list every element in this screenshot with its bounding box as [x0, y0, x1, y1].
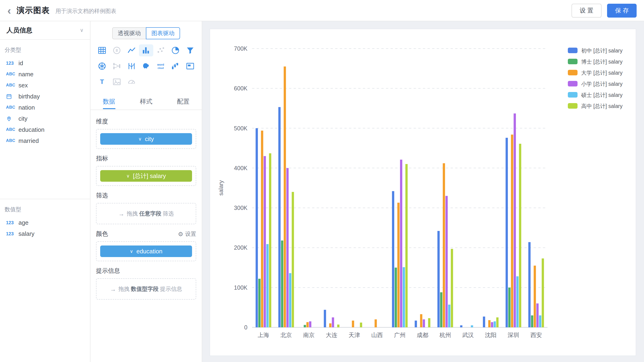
sankey-chart-icon[interactable]: [110, 60, 124, 72]
panel-tab-数据[interactable]: 数据: [90, 93, 128, 110]
metric-dropzone[interactable]: ∨ [总计] salary: [96, 166, 196, 186]
field-item-sex[interactable]: ABCsex: [0, 80, 90, 91]
svg-text:深圳: 深圳: [508, 332, 519, 338]
chart-type-grid: 8wordcloudT: [90, 44, 202, 88]
svg-text:200K: 200K: [234, 244, 248, 251]
field-item-city[interactable]: city: [0, 113, 90, 124]
radar-chart-icon[interactable]: [95, 60, 110, 72]
number-icon: 123: [6, 231, 18, 236]
mode-tab-透视驱动[interactable]: 透视驱动: [112, 27, 146, 39]
number-icon: 123: [6, 220, 18, 225]
back-button[interactable]: ‹: [8, 5, 11, 16]
chart-legend[interactable]: 初中 [总计] salary博士 [总计] salary大学 [总计] sala…: [568, 48, 622, 109]
svg-text:0: 0: [244, 324, 248, 330]
panel-sections: 维度 ∨ city 指标 ∨ [总计] salary: [90, 110, 202, 305]
svg-text:山西: 山西: [372, 332, 383, 338]
svg-text:天津: 天津: [348, 332, 360, 338]
field-item-nation[interactable]: ABCnation: [0, 102, 90, 113]
funnel-chart-icon[interactable]: [183, 44, 198, 56]
field-sidebar: 人员信息 ∨ 分类型123idABCnameABCsexbirthdayABCn…: [0, 21, 90, 362]
panel-tab-配置[interactable]: 配置: [164, 93, 202, 110]
image-chart-icon[interactable]: [110, 76, 124, 88]
field-item-married[interactable]: ABCmarried: [0, 135, 90, 146]
chart-canvas: 0100K200K300K400K500K600K700Ksalary上海北京南…: [202, 21, 644, 362]
svg-text:salary: salary: [218, 180, 224, 196]
config-panel: 透视驱动图表驱动 8wordcloudT 数据样式配置 维度 ∨ city 指标: [90, 21, 202, 362]
tooltip-dropzone[interactable]: → 拖拽数值型字段提示信息: [96, 278, 196, 300]
metric-section-label: 指标: [96, 154, 196, 163]
svg-text:沈阳: 沈阳: [485, 332, 496, 338]
dimension-dropzone[interactable]: ∨ city: [96, 129, 196, 149]
field-name: nation: [18, 104, 35, 111]
iframe-chart-icon[interactable]: [183, 60, 198, 72]
string-icon: ABC: [6, 127, 18, 132]
waterfall-chart-icon[interactable]: [168, 60, 183, 72]
color-pill-education[interactable]: ∨ education: [100, 246, 192, 257]
scorecard-chart-icon[interactable]: 8: [110, 44, 124, 56]
dimension-pill-city[interactable]: ∨ city: [100, 133, 192, 145]
filter-dropzone[interactable]: → 拖拽任意字段筛选: [96, 203, 196, 224]
field-item-education[interactable]: ABCeducation: [0, 124, 90, 135]
field-item-id[interactable]: 123id: [0, 57, 90, 68]
chevron-down-icon: ∨: [80, 27, 84, 33]
field-item-name[interactable]: ABCname: [0, 68, 90, 80]
parallel-chart-icon[interactable]: [124, 60, 139, 72]
save-button[interactable]: 保 存: [607, 4, 636, 17]
line-chart-icon[interactable]: [124, 44, 139, 56]
header: ‹ 演示图表 用于演示文档的样例图表 设 置 保 存: [0, 0, 644, 21]
svg-text:上海: 上海: [258, 332, 269, 338]
color-section-label: 颜色 ⚙ 设置: [96, 230, 196, 238]
svg-text:8: 8: [116, 48, 118, 53]
bar-chart-icon[interactable]: [139, 44, 154, 56]
metric-pill-salary[interactable]: ∨ [总计] salary: [100, 170, 192, 182]
tooltip-section-label: 提示信息: [96, 267, 196, 275]
field-name: salary: [18, 230, 34, 237]
svg-text:T: T: [100, 78, 104, 85]
page-subtitle: 用于演示文档的样例图表: [56, 7, 116, 15]
settings-button[interactable]: 设 置: [572, 4, 602, 17]
scatter-chart-icon[interactable]: [154, 44, 168, 56]
mode-tab-图表驱动[interactable]: 图表驱动: [146, 27, 180, 39]
location-icon: [6, 115, 18, 121]
field-section: 数值型123age123salary: [0, 199, 90, 239]
source-selector[interactable]: 人员信息 ∨: [0, 21, 90, 40]
field-item-birthday[interactable]: birthday: [0, 91, 90, 102]
map-chart-icon[interactable]: [139, 60, 154, 72]
filter-placeholder: → 拖拽任意字段筛选: [118, 210, 174, 218]
pie-chart-icon[interactable]: [168, 44, 183, 56]
bar-chart-svg: 0100K200K300K400K500K600K700Ksalary上海北京南…: [210, 30, 635, 354]
color-settings-button[interactable]: ⚙ 设置: [178, 230, 196, 238]
bars: 上海北京南京大连天津山西广州成都杭州武汉沈阳深圳西安: [256, 67, 544, 338]
gauge-chart-icon[interactable]: [124, 76, 139, 88]
svg-text:300K: 300K: [234, 205, 248, 211]
svg-text:cloud: cloud: [158, 67, 164, 69]
svg-text:初中 [总计] salary: 初中 [总计] salary: [581, 48, 622, 54]
panel-tabs: 数据样式配置: [90, 93, 202, 110]
number-icon: 123: [6, 60, 18, 65]
field-section-title: 分类型: [0, 44, 90, 57]
table-chart-icon[interactable]: [95, 44, 110, 56]
field-name: married: [18, 137, 39, 144]
field-item-salary[interactable]: 123salary: [0, 228, 90, 239]
field-item-age[interactable]: 123age: [0, 217, 90, 228]
panel-tab-样式[interactable]: 样式: [128, 93, 165, 110]
svg-text:大连: 大连: [326, 332, 338, 338]
metric-pill-label: [总计] salary: [133, 172, 166, 180]
svg-text:西安: 西安: [530, 332, 542, 338]
wordcloud-chart-icon[interactable]: wordcloud: [154, 60, 168, 72]
svg-text:高中 [总计] salary: 高中 [总计] salary: [581, 103, 622, 109]
app: ‹ 演示图表 用于演示文档的样例图表 设 置 保 存 人员信息 ∨ 分类型123…: [0, 0, 644, 362]
svg-text:硕士 [总计] salary: 硕士 [总计] salary: [581, 92, 622, 98]
field-name: id: [18, 59, 23, 66]
dimension-pill-label: city: [145, 135, 154, 142]
mode-tabs: 透视驱动图表驱动: [90, 27, 202, 39]
svg-text:博士 [总计] salary: 博士 [总计] salary: [581, 59, 622, 65]
source-name: 人员信息: [6, 26, 32, 35]
svg-text:word: word: [157, 63, 164, 66]
svg-text:600K: 600K: [234, 85, 248, 92]
text-chart-icon[interactable]: T: [95, 76, 110, 88]
grouped-bar-chart: 0100K200K300K400K500K600K700Ksalary上海北京南…: [210, 30, 635, 354]
color-dropzone[interactable]: ∨ education: [96, 241, 196, 261]
field-name: city: [18, 115, 28, 122]
svg-text:武汉: 武汉: [462, 332, 474, 338]
